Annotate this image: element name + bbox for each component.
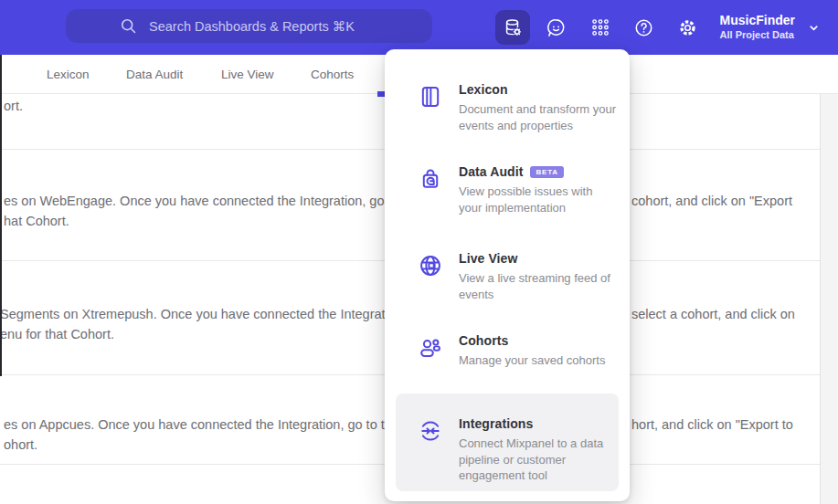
integration-row-text: enu for that Cohort. <box>0 324 114 344</box>
menu-item-title: Cohorts <box>459 333 508 349</box>
help-icon <box>633 17 654 38</box>
apps-grid-icon <box>590 17 610 37</box>
top-navbar: MusicFinder All Project Data <box>0 0 838 55</box>
settings-gear-icon <box>677 17 698 38</box>
global-search[interactable] <box>66 9 432 43</box>
integration-row-text: cohort, and click on "Export <box>631 191 792 211</box>
feedback-smiley-icon <box>546 17 567 38</box>
integration-row-text: select a cohort, and click on <box>631 304 795 324</box>
menu-item-description: Connect Mixpanel to a data pipeline or c… <box>459 436 616 484</box>
menu-item-title: Lexicon <box>459 82 508 98</box>
integration-row-text: es on Appcues. Once you have connected t… <box>4 415 414 435</box>
integration-row-text: ohort. <box>4 435 37 455</box>
menu-item-lexicon[interactable]: Lexicon Document and transform your even… <box>385 82 630 133</box>
menu-item-description: Document and transform your events and p… <box>459 101 616 133</box>
integration-row-text: hort, and click on "Export to <box>631 415 793 435</box>
menu-item-data-audit[interactable]: Data Audit BETA View possible issues wit… <box>385 164 630 215</box>
globe-icon <box>418 253 443 278</box>
feedback-button[interactable] <box>539 10 574 45</box>
tab-data-audit[interactable]: Data Audit <box>126 55 183 93</box>
app-window: MusicFinder All Project Data Lexicon Dat… <box>0 0 838 504</box>
tab-live-view[interactable]: Live View <box>221 55 274 93</box>
menu-item-title: Live View <box>459 251 517 267</box>
tab-lexicon[interactable]: Lexicon <box>47 55 90 93</box>
project-switcher[interactable]: MusicFinder All Project Data <box>720 13 820 41</box>
tab-cohorts[interactable]: Cohorts <box>311 55 354 93</box>
menu-item-title: Data Audit <box>459 164 523 180</box>
menu-item-live-view[interactable]: Live View View a live streaming feed of … <box>385 251 630 302</box>
help-button[interactable] <box>627 10 662 45</box>
beta-badge: BETA <box>530 166 563 178</box>
menu-item-title: Integrations <box>459 416 533 432</box>
data-management-dropdown: Lexicon Document and transform your even… <box>385 49 630 501</box>
settings-button[interactable] <box>671 10 705 45</box>
integration-row-text: es on WebEngage. Once you have connected… <box>4 191 421 211</box>
people-icon <box>418 335 443 361</box>
apps-grid-button[interactable] <box>583 10 618 45</box>
menu-item-integrations[interactable]: Integrations Connect Mixpanel to a data … <box>396 394 619 491</box>
chevron-down-icon <box>808 22 820 34</box>
header-icon-group: MusicFinder All Project Data <box>486 0 820 55</box>
menu-item-description: Manage your saved cohorts <box>459 352 616 369</box>
book-icon <box>418 84 443 110</box>
audit-lock-icon <box>418 166 443 192</box>
integration-row-text: hat Cohort. <box>4 211 69 231</box>
data-management-button[interactable] <box>495 10 530 45</box>
menu-item-description: View a live streaming feed of events <box>459 270 616 302</box>
scrollbar-gutter[interactable] <box>820 94 838 504</box>
integration-row-text: ort. <box>4 96 23 116</box>
menu-item-cohorts[interactable]: Cohorts Manage your saved cohorts <box>385 333 630 369</box>
data-management-icon <box>503 17 523 37</box>
integrations-icon <box>418 418 443 444</box>
search-input[interactable] <box>149 19 379 34</box>
project-subtitle: All Project Data <box>720 29 795 42</box>
project-name: MusicFinder <box>720 13 795 29</box>
search-icon <box>119 16 138 36</box>
menu-item-description: View possible issues with your implement… <box>459 184 616 215</box>
integration-row-text: Segments on Xtremepush. Once you have co… <box>0 304 407 324</box>
left-edge-strip <box>0 55 2 376</box>
